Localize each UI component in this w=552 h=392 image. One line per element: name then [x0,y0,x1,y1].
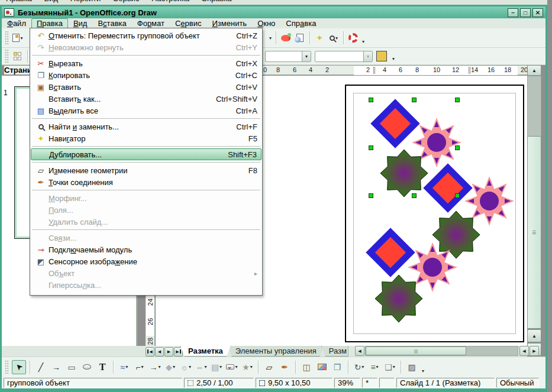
arrow-tool[interactable]: → [49,360,63,374]
toolbar-overflow[interactable]: ▾ [420,367,426,375]
title-bar[interactable]: Безымянный1 - OpenOffice.org Draw – □ ✕ [2,7,545,18]
text-frame-button[interactable]: ◫ [299,360,314,374]
selection-handle[interactable] [369,98,373,102]
menu-item-glue-points[interactable]: ✒Точки соединения [31,176,262,188]
page[interactable] [345,85,524,342]
rectangle-tool[interactable]: ▭ [64,360,79,374]
selection-handle[interactable] [369,146,373,150]
select-tool[interactable]: ➤ [12,360,26,374]
dropdown-caret[interactable]: ▾ [361,364,364,370]
align-button[interactable]: ≡▾ [367,360,382,374]
selection-handle[interactable] [369,194,373,198]
minimize-button[interactable]: – [508,8,518,17]
zoom-icon[interactable]: ▾ [327,31,341,45]
insert-picture-button[interactable] [315,360,329,374]
close-button[interactable]: ✕ [532,8,543,17]
scroll-right-button[interactable]: ▶ [530,346,539,356]
menubar-item-modify[interactable]: Изменить [206,18,252,28]
block-arrows-tool[interactable]: ⇔▾ [194,360,208,374]
symbol-shapes-tool[interactable]: ☼▾ [179,360,193,374]
menu-item-copy[interactable]: ❐КопироватьCtrl+C [31,69,262,81]
basic-shapes-tool[interactable]: ◆▾ [163,360,177,374]
menu-item-find-replace[interactable]: Найти и заменить...Ctrl+F [31,121,262,132]
first-page-button[interactable]: ◀ [146,347,154,357]
status-size[interactable]: 9,50 x 10,50 [256,378,333,388]
curve-tool[interactable]: ≈▾ [117,360,131,374]
scroll-up-button[interactable]: ▲ [527,65,541,76]
selection-handle[interactable] [456,194,460,198]
line-width-combo[interactable]: ▾ [315,51,373,62]
callouts-tool[interactable]: ▾ [225,360,239,374]
toolbar-overflow[interactable]: ▾ [390,55,396,63]
dropdown-caret[interactable]: ▾ [20,35,22,41]
ellipse-tool[interactable] [80,360,94,374]
new-document-button[interactable]: ▾ [11,31,25,45]
menubar-item-help[interactable]: Справка [280,18,321,28]
menu-item-links[interactable]: Связи... [31,232,262,244]
scroll-left-button-2[interactable]: ◀ [519,346,529,356]
menu-item-hyperlink[interactable]: Гиперссылка... [31,279,262,291]
menu-item-paste[interactable]: ▣ВставитьCtrl+V [31,81,262,93]
stars-tool[interactable]: ★▾ [240,360,254,374]
selection-handle[interactable] [456,98,460,102]
status-modified[interactable]: * [362,378,377,388]
menu-item-fields[interactable]: Поля... [31,204,262,216]
menu-item-duplicate[interactable]: Дублировать...Shift+F3 [31,148,262,160]
green-star-shape[interactable] [432,211,480,258]
status-view[interactable]: Обычный [496,378,539,388]
status-empty[interactable] [379,378,395,388]
menu-item-cut[interactable]: ✂ВырезатьCtrl+X [31,57,262,69]
menubar-item-tools[interactable]: Сервис [170,18,207,28]
navigator-icon[interactable]: ✦ [312,31,327,45]
menu-item-navigator[interactable]: ✦НавигаторF5 [31,132,262,144]
toolbar-grip[interactable] [5,360,9,374]
dropdown-caret[interactable]: ▾ [219,364,222,370]
help-icon[interactable] [346,31,360,45]
selection-handle[interactable] [456,146,460,150]
prev-page-button[interactable]: ◀ [155,347,164,357]
diamond-shape[interactable] [428,168,468,208]
status-slide[interactable]: Слайд 1 / 1 (Разметка) [396,378,495,388]
combo-dropdown-caret[interactable]: ▾ [302,51,311,61]
toolbar-grip[interactable] [5,31,9,45]
line-tool[interactable]: ╱ [34,360,48,374]
dropdown-caret[interactable]: ▾ [189,364,191,370]
edit-points-button[interactable]: ▱ [262,360,276,374]
dropdown-caret[interactable]: ▾ [376,364,379,370]
shadow-button[interactable]: ▨ [405,360,419,374]
gallery-icon[interactable] [279,31,293,45]
menu-item-object[interactable]: Объект▸ [31,267,262,279]
menubar-item-window[interactable]: Окно [252,18,280,28]
tab-dimension-lines[interactable]: Разм [321,346,348,357]
menubar-item-insert[interactable]: Вставка [92,18,131,28]
diamond-shape[interactable] [370,232,411,273]
line-style-combo[interactable]: ▾ [265,51,311,62]
scroll-left-button[interactable]: ◀ [355,346,364,356]
menu-item-select-all[interactable]: ▤Выделить всеCtrl+A [31,105,262,116]
clone-button[interactable]: ❐ [330,360,344,374]
text-tool[interactable]: T [95,360,109,374]
flowchart-tool[interactable]: ▤▾ [209,360,224,374]
dropdown-caret[interactable]: ▾ [158,364,160,370]
dropdown-caret[interactable]: ▾ [173,364,175,370]
next-page-button[interactable]: ▶ [164,347,173,357]
menu-item-delete-slide[interactable]: Удалить слайд... [31,216,262,228]
dropdown-caret[interactable]: ▾ [141,364,144,370]
lines-arrows-tool[interactable]: →▾ [148,360,162,374]
status-selection[interactable]: групповой объект [4,378,182,388]
dropdown-caret[interactable]: ▾ [125,364,128,370]
menu-item-morphing[interactable]: Морфинг... [31,192,262,204]
toolbar-grip[interactable] [5,49,9,63]
menu-item-paste-special[interactable]: Вставить как...Ctrl+Shift+V [31,93,262,105]
dropdown-caret[interactable]: ▾ [267,34,273,42]
menu-item-undo[interactable]: ↶Отменить: Переместить групповой объектC… [31,30,262,41]
glue-points-button[interactable]: ✒ [277,360,292,374]
rotate-button[interactable]: ↻▾ [352,360,366,374]
maximize-button[interactable]: □ [520,8,531,17]
menu-item-plugin[interactable]: ⊸Подключаемый модуль [31,244,262,255]
menubar-item-view[interactable]: Вид [68,18,93,28]
selection-handle[interactable] [412,98,417,102]
shapes-layer[interactable] [345,85,527,345]
dropdown-caret[interactable]: ▾ [250,364,253,370]
status-position[interactable]: 2,50 / 1,00 [184,378,254,388]
